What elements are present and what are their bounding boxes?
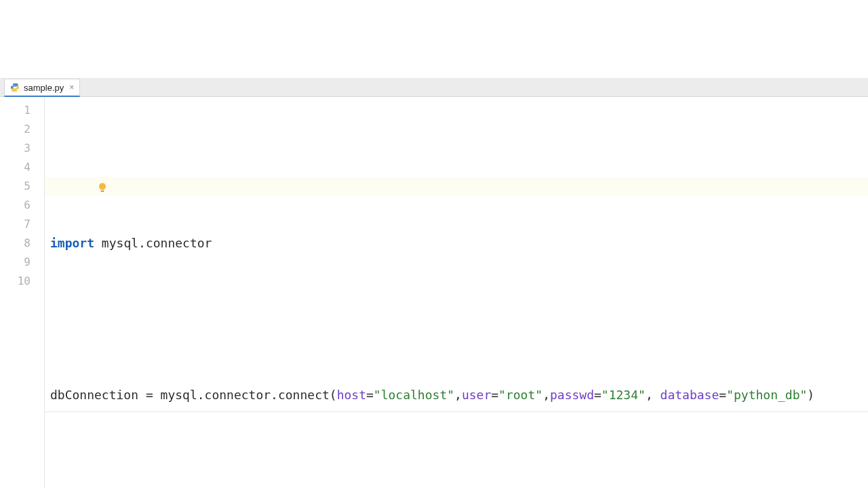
close-icon[interactable]: × [69,83,74,92]
tab-sample-py[interactable]: sample.py × [4,79,80,97]
code-line[interactable] [50,462,868,481]
line-number: 7 [0,215,44,234]
svg-rect-0 [101,190,104,192]
keyword-import: import [50,236,94,250]
line-number: 10 [0,272,44,291]
editor-bottom-border [45,411,868,412]
code-area[interactable]: import mysql.connector dbConnection = my… [45,97,868,488]
line-number: 8 [0,234,44,253]
param-database: database [660,388,719,402]
python-file-icon [10,83,20,92]
line-number: 1 [0,101,44,120]
line-number: 9 [0,253,44,272]
code-line[interactable] [50,310,868,329]
line-number: 6 [0,196,44,215]
string-literal: "1234" [601,388,646,402]
line-number: 4 [0,158,44,177]
param-user: user [462,388,491,402]
string-literal: "root" [498,388,542,402]
line-number: 2 [0,120,44,139]
code-text: mysql.connector [94,236,212,250]
lightbulb-icon[interactable] [53,161,66,174]
tab-bar: sample.py × [0,78,868,97]
tab-filename: sample.py [24,83,64,93]
line-number: 3 [0,139,44,158]
editor[interactable]: 1 2 3 4 5 6 7 8 9 10 import mysql.connec… [0,97,868,488]
line-number: 5 [0,177,44,196]
gutter: 1 2 3 4 5 6 7 8 9 10 [0,97,45,488]
current-line-highlight [45,177,868,196]
param-passwd: passwd [550,388,594,402]
code-line[interactable]: dbConnection = mysql.connector.connect(h… [50,386,868,405]
param-host: host [337,388,366,402]
string-literal: "python_db" [726,388,807,402]
top-blank-area [0,0,868,78]
string-literal: "localhost" [374,388,454,402]
code-line[interactable]: import mysql.connector [50,234,868,253]
code-text: dbConnection = mysql.connector.connect( [50,388,337,402]
